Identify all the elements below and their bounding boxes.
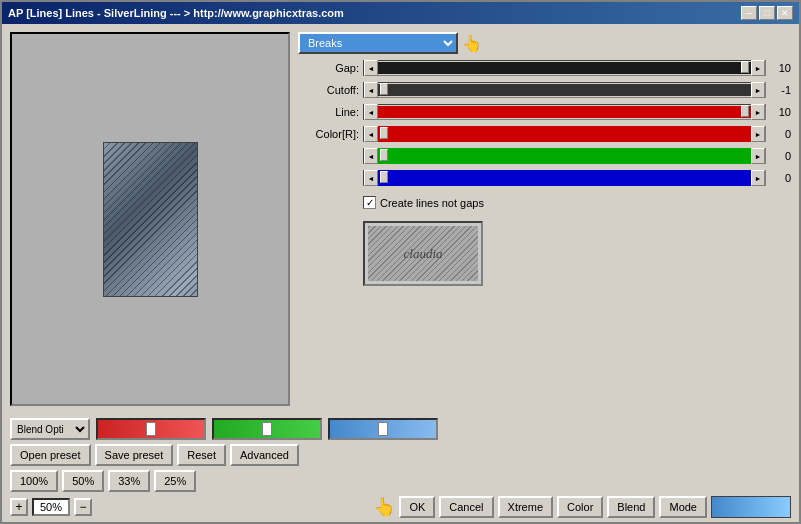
- green-color-slider[interactable]: [212, 418, 322, 440]
- color-r-slider-row: Color[R]: ◄ ► 0: [298, 124, 791, 144]
- save-preset-button[interactable]: Save preset: [95, 444, 174, 466]
- preset-row: Open preset Save preset Reset Advanced: [10, 444, 791, 466]
- color-b-value: 0: [766, 172, 791, 184]
- breaks-dropdown[interactable]: Breaks Lines Gaps: [298, 32, 458, 54]
- ok-hand-icon: 👆: [373, 496, 395, 518]
- line-slider-row: Line: ◄ ► 10: [298, 102, 791, 122]
- line-value: 10: [766, 106, 791, 118]
- zoom-33-button[interactable]: 33%: [108, 470, 150, 492]
- color-r-value: 0: [766, 128, 791, 140]
- xtreme-button[interactable]: Xtreme: [498, 496, 553, 518]
- color-g-value: 0: [766, 150, 791, 162]
- zoom-50-button[interactable]: 50%: [62, 470, 104, 492]
- line-track[interactable]: ◄ ►: [363, 104, 766, 120]
- dropdown-row: Breaks Lines Gaps 👆: [298, 32, 791, 54]
- color-g-thumb[interactable]: [380, 149, 388, 161]
- line-label: Line:: [298, 106, 363, 118]
- hand-icon: 👆: [462, 34, 482, 53]
- blue-color-slider[interactable]: [328, 418, 438, 440]
- color-preview-bar: [711, 496, 791, 518]
- window-title: AP [Lines] Lines - SilverLining --- > ht…: [8, 7, 344, 19]
- cutoff-track-inner[interactable]: [378, 82, 751, 98]
- color-b-track[interactable]: ◄ ►: [363, 170, 766, 186]
- color-b-slider-row: ◄ ► 0: [298, 168, 791, 188]
- main-content: Breaks Lines Gaps 👆 Gap: ◄: [2, 24, 799, 414]
- cutoff-slider-row: Cutoff: ◄ ► -1: [298, 80, 791, 100]
- color-b-track-inner[interactable]: [378, 170, 751, 186]
- gap-value: 10: [766, 62, 791, 74]
- window-controls: ─ □ ✕: [741, 6, 793, 20]
- red-color-slider[interactable]: [96, 418, 206, 440]
- color-g-track[interactable]: ◄ ►: [363, 148, 766, 164]
- color-r-track[interactable]: ◄ ►: [363, 126, 766, 142]
- red-slider-thumb[interactable]: [146, 422, 156, 436]
- color-r-thumb[interactable]: [380, 127, 388, 139]
- cancel-button[interactable]: Cancel: [439, 496, 493, 518]
- check-icon: ✓: [366, 197, 374, 208]
- blue-slider-thumb[interactable]: [378, 422, 388, 436]
- blend-dropdown[interactable]: Blend Opti Normal Multiply: [10, 418, 90, 440]
- color-b-thumb[interactable]: [380, 171, 388, 183]
- blend-row: Blend Opti Normal Multiply: [10, 418, 791, 440]
- blend-button[interactable]: Blend: [607, 496, 655, 518]
- checkbox-row: ✓ Create lines not gaps: [363, 192, 791, 213]
- zoom-plus-button[interactable]: +: [10, 498, 28, 516]
- title-bar: AP [Lines] Lines - SilverLining --- > ht…: [2, 2, 799, 24]
- right-panel: Breaks Lines Gaps 👆 Gap: ◄: [298, 32, 791, 406]
- preview-panel: [10, 32, 290, 406]
- line-left-btn[interactable]: ◄: [364, 104, 378, 120]
- main-window: AP [Lines] Lines - SilverLining --- > ht…: [0, 0, 801, 524]
- color-b-left-btn[interactable]: ◄: [364, 170, 378, 186]
- stamp-inner: claudia: [368, 226, 478, 281]
- advanced-button[interactable]: Advanced: [230, 444, 299, 466]
- cutoff-right-btn[interactable]: ►: [751, 82, 765, 98]
- zoom-input[interactable]: [32, 498, 70, 516]
- color-g-slider-row: ◄ ► 0: [298, 146, 791, 166]
- zoom-25-button[interactable]: 25%: [154, 470, 196, 492]
- reset-button[interactable]: Reset: [177, 444, 226, 466]
- color-g-right-btn[interactable]: ►: [751, 148, 765, 164]
- slider-section: Gap: ◄ ► 10 Cutoff: ◄: [298, 58, 791, 188]
- gap-right-btn[interactable]: ►: [751, 60, 765, 76]
- cutoff-value: -1: [766, 84, 791, 96]
- zoom-100-button[interactable]: 100%: [10, 470, 58, 492]
- line-right-btn[interactable]: ►: [751, 104, 765, 120]
- gap-thumb[interactable]: [741, 61, 749, 73]
- open-preset-button[interactable]: Open preset: [10, 444, 91, 466]
- line-track-inner[interactable]: [378, 104, 751, 120]
- minimize-button[interactable]: ─: [741, 6, 757, 20]
- color-g-track-inner[interactable]: [378, 148, 751, 164]
- cutoff-track[interactable]: ◄ ►: [363, 82, 766, 98]
- color-r-track-inner[interactable]: [378, 126, 751, 142]
- cutoff-thumb[interactable]: [380, 83, 388, 95]
- stamp-preview: claudia: [363, 221, 483, 286]
- checkbox-label: Create lines not gaps: [380, 197, 484, 209]
- preview-image: [103, 142, 198, 297]
- gap-slider-row: Gap: ◄ ► 10: [298, 58, 791, 78]
- gap-label: Gap:: [298, 62, 363, 74]
- close-button[interactable]: ✕: [777, 6, 793, 20]
- zoom-minus-button[interactable]: −: [74, 498, 92, 516]
- green-slider-thumb[interactable]: [262, 422, 272, 436]
- color-r-left-btn[interactable]: ◄: [364, 126, 378, 142]
- gap-track-inner[interactable]: [378, 60, 751, 76]
- bottom-controls: Blend Opti Normal Multiply Open preset S…: [2, 414, 799, 522]
- cutoff-label: Cutoff:: [298, 84, 363, 96]
- cutoff-left-btn[interactable]: ◄: [364, 82, 378, 98]
- color-b-right-btn[interactable]: ►: [751, 170, 765, 186]
- mode-button[interactable]: Mode: [659, 496, 707, 518]
- color-r-right-btn[interactable]: ►: [751, 126, 765, 142]
- maximize-button[interactable]: □: [759, 6, 775, 20]
- gap-track[interactable]: ◄ ►: [363, 60, 766, 76]
- stamp-text: claudia: [404, 246, 443, 262]
- ok-button[interactable]: OK: [399, 496, 435, 518]
- color-g-left-btn[interactable]: ◄: [364, 148, 378, 164]
- zoom-presets-row: 100% 50% 33% 25%: [10, 470, 791, 492]
- line-thumb[interactable]: [741, 105, 749, 117]
- gap-left-btn[interactable]: ◄: [364, 60, 378, 76]
- color-button[interactable]: Color: [557, 496, 603, 518]
- diagonal-lines-overlay: [104, 143, 197, 296]
- color-r-label: Color[R]:: [298, 128, 363, 140]
- create-lines-checkbox[interactable]: ✓: [363, 196, 376, 209]
